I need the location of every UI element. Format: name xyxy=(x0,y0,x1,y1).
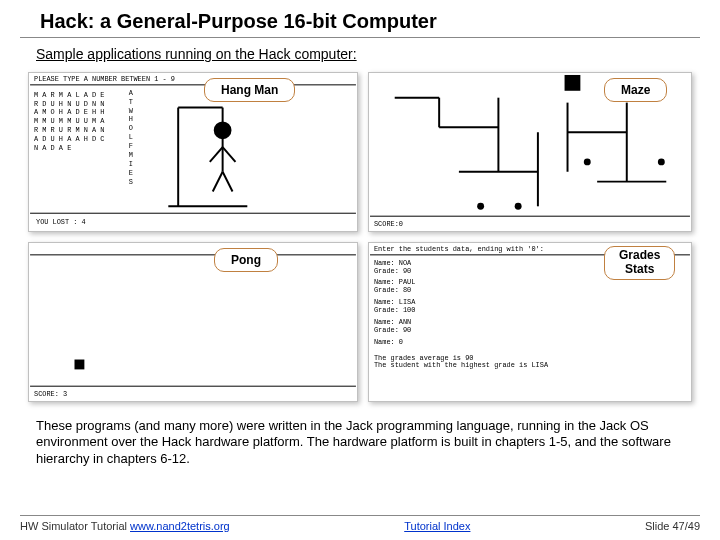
hangman-board: M A R M A L A D E R D U H N U D N N A M … xyxy=(34,91,105,152)
subtitle: Sample applications running on the Hack … xyxy=(0,38,720,62)
svg-text:A M O H A D E H H: A M O H A D E H H xyxy=(34,108,104,116)
nand2tetris-link[interactable]: www.nand2tetris.org xyxy=(130,520,230,532)
svg-text:Grade: 90: Grade: 90 xyxy=(374,326,411,334)
svg-text:M A R M A L A D E: M A R M A L A D E xyxy=(34,91,104,99)
svg-text:H: H xyxy=(129,115,133,123)
slide-number: Slide 47/49 xyxy=(645,520,700,532)
svg-line-26 xyxy=(223,147,236,162)
pong-ball xyxy=(75,360,85,370)
svg-text:Name: PAUL: Name: PAUL xyxy=(374,278,415,286)
svg-text:Grade: 80: Grade: 80 xyxy=(374,286,411,294)
body-paragraph: These programs (and many more) were writ… xyxy=(36,418,690,467)
hangman-tag: Hang Man xyxy=(204,78,295,102)
svg-text:A: A xyxy=(129,89,134,97)
footer-left: HW Simulator Tutorial www.nand2tetris.or… xyxy=(20,520,230,532)
maze-dot xyxy=(515,203,522,210)
svg-text:Grade: 90: Grade: 90 xyxy=(374,267,411,275)
pong-score: SCORE: 3 xyxy=(34,390,67,398)
page-title: Hack: a General-Purpose 16-bit Computer xyxy=(20,0,700,38)
svg-text:W: W xyxy=(129,107,134,115)
pong-panel: SCORE: 3 xyxy=(28,242,358,402)
hangman-used-letters: A T W H O L F M I E S xyxy=(129,89,134,186)
svg-text:R M R U R M N A N: R M R U R M N A N xyxy=(34,126,104,134)
footer: HW Simulator Tutorial www.nand2tetris.or… xyxy=(20,515,700,532)
svg-point-23 xyxy=(215,122,231,138)
grades-tag: GradesStats xyxy=(604,246,675,280)
svg-text:The student with the highest g: The student with the highest grade is LI… xyxy=(374,361,549,369)
grades-header: Enter the students data, ending with '0'… xyxy=(374,245,544,253)
maze-dot xyxy=(584,158,591,165)
svg-text:R D U H N U D N N: R D U H N U D N N xyxy=(34,100,104,108)
svg-text:F: F xyxy=(129,142,133,150)
svg-text:The grades average is 90: The grades average is 90 xyxy=(374,354,473,362)
svg-text:A D U H A A H D C: A D U H A A H D C xyxy=(34,135,104,143)
svg-text:L: L xyxy=(129,133,133,141)
pong-tag: Pong xyxy=(214,248,278,272)
maze-score: SCORE:0 xyxy=(374,220,403,228)
svg-rect-30 xyxy=(565,75,581,91)
svg-text:I: I xyxy=(129,160,133,168)
maze-dot xyxy=(658,158,665,165)
svg-text:T: T xyxy=(129,98,133,106)
grades-lines: Name: NOA Grade: 90 Name: PAUL Grade: 80… xyxy=(374,259,549,370)
maze-dot xyxy=(477,203,484,210)
svg-line-25 xyxy=(210,147,223,162)
hangman-panel: PLEASE TYPE A NUMBER BETWEEN 1 - 9 M A R… xyxy=(28,72,358,232)
svg-text:N A D A       E: N A D A E xyxy=(34,144,71,152)
panels-container: PLEASE TYPE A NUMBER BETWEEN 1 - 9 M A R… xyxy=(28,72,692,422)
svg-text:E: E xyxy=(129,169,133,177)
hangman-prompt: PLEASE TYPE A NUMBER BETWEEN 1 - 9 xyxy=(34,75,175,83)
svg-text:Name: LISA: Name: LISA xyxy=(374,298,416,306)
svg-text:Grade: 100: Grade: 100 xyxy=(374,306,415,314)
tutorial-index-link[interactable]: Tutorial Index xyxy=(404,520,470,532)
svg-text:O: O xyxy=(129,124,133,132)
svg-text:Name: ANN: Name: ANN xyxy=(374,318,411,326)
svg-line-28 xyxy=(223,172,233,192)
svg-text:S: S xyxy=(129,178,133,186)
maze-tag: Maze xyxy=(604,78,667,102)
svg-text:Name: NOA: Name: NOA xyxy=(374,259,412,267)
svg-text:Name: 0: Name: 0 xyxy=(374,338,403,346)
svg-line-27 xyxy=(213,172,223,192)
svg-text:M M U M M U U M A: M M U M M U U M A xyxy=(34,117,105,125)
svg-text:M: M xyxy=(129,151,133,159)
hangman-figure xyxy=(168,108,247,207)
hangman-lost: YOU LOST : 4 xyxy=(36,218,86,226)
